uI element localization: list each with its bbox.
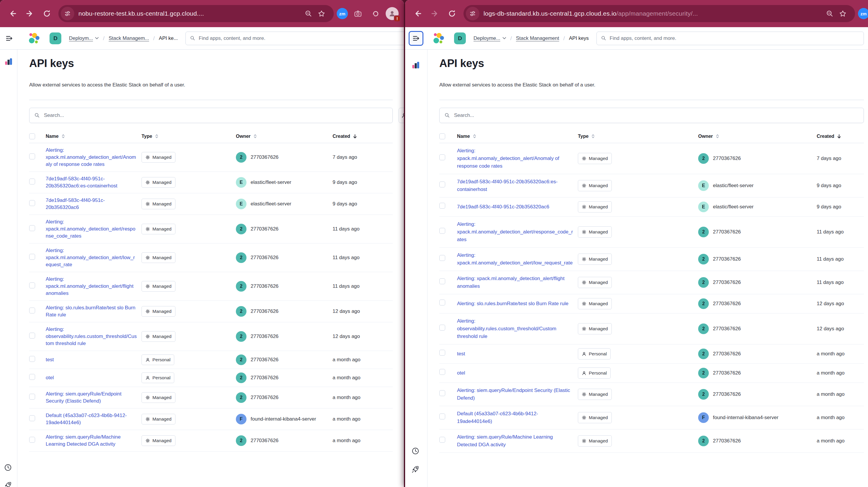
zoom-out-icon[interactable] bbox=[302, 7, 315, 20]
api-key-name-link[interactable]: Alerting: slo.rules.burnRate/test slo Bu… bbox=[46, 304, 142, 318]
row-checkbox[interactable] bbox=[439, 299, 445, 306]
row-checkbox[interactable] bbox=[439, 278, 445, 284]
row-checkbox[interactable] bbox=[439, 203, 445, 209]
sync-extension-icon[interactable] bbox=[368, 6, 383, 21]
api-key-name-link[interactable]: 7de19adf-583c-4f40-951c-20b356320ac6:es-… bbox=[457, 178, 578, 193]
zoom-out-icon[interactable] bbox=[823, 7, 836, 20]
global-search[interactable] bbox=[185, 32, 404, 45]
api-key-name-link[interactable]: Alerting: observability.rules.custom_thr… bbox=[457, 317, 578, 340]
api-key-name-link[interactable]: Alerting: observability.rules.custom_thr… bbox=[46, 326, 142, 347]
row-checkbox[interactable] bbox=[439, 154, 445, 160]
table-search-input[interactable] bbox=[454, 112, 859, 118]
row-checkbox[interactable] bbox=[29, 374, 35, 380]
row-checkbox[interactable] bbox=[439, 437, 445, 443]
bookmark-star-icon[interactable] bbox=[315, 7, 328, 20]
site-settings-icon[interactable] bbox=[466, 7, 479, 20]
nav-expand-button-focused[interactable] bbox=[409, 31, 423, 46]
table-search[interactable] bbox=[29, 108, 393, 123]
api-key-name-link[interactable]: Alerting: xpack.ml.anomaly_detection_ale… bbox=[46, 219, 142, 240]
api-key-name-link[interactable]: test bbox=[457, 350, 578, 358]
api-key-name-link[interactable]: Alerting: siem.queryRule/Machine Learnin… bbox=[46, 434, 142, 448]
bookmark-star-icon[interactable] bbox=[836, 7, 849, 20]
row-checkbox[interactable] bbox=[29, 225, 35, 231]
api-key-name-link[interactable]: Default (45a33a07-c623-4b6b-9412-19ade44… bbox=[46, 412, 142, 426]
row-checkbox[interactable] bbox=[29, 356, 35, 362]
rocket-icon[interactable] bbox=[4, 481, 12, 487]
column-header-created[interactable]: Created bbox=[817, 134, 864, 139]
row-checkbox[interactable] bbox=[439, 390, 445, 396]
row-checkbox[interactable] bbox=[29, 333, 35, 339]
space-avatar[interactable]: D bbox=[454, 32, 466, 44]
row-checkbox[interactable] bbox=[439, 325, 445, 331]
row-checkbox[interactable] bbox=[439, 255, 445, 261]
api-key-name-link[interactable]: Alerting: siem.queryRule/Endpoint Securi… bbox=[46, 391, 142, 405]
global-search[interactable] bbox=[596, 32, 864, 45]
global-search-input[interactable] bbox=[610, 35, 860, 41]
api-key-name-link[interactable]: 7de19adf-583c-4f40-951c-20b356320ac6:es-… bbox=[46, 175, 142, 190]
url-bar[interactable]: logs-db-standard.kb.us-central1.gcp.clou… bbox=[464, 5, 855, 22]
row-checkbox[interactable] bbox=[29, 283, 35, 288]
back-button[interactable] bbox=[4, 5, 21, 22]
rocket-icon[interactable] bbox=[411, 465, 420, 474]
url-bar[interactable]: nobu-restore-test.kb.us-central1.gcp.clo… bbox=[58, 5, 334, 22]
column-header-owner[interactable]: Owner bbox=[698, 134, 817, 139]
row-checkbox[interactable] bbox=[439, 350, 445, 356]
recent-clock-icon[interactable] bbox=[4, 463, 12, 471]
api-key-name-link[interactable]: 7de19adf-583c-4f40-951c-20b356320ac6 bbox=[457, 203, 578, 211]
global-search-input[interactable] bbox=[199, 35, 401, 41]
row-checkbox[interactable] bbox=[29, 153, 35, 160]
zoom-extension-icon[interactable]: zm bbox=[337, 8, 348, 19]
row-checkbox[interactable] bbox=[29, 437, 35, 443]
api-key-name-link[interactable]: Alerting: slo.rules.burnRate/test slo Bu… bbox=[457, 300, 578, 308]
row-checkbox[interactable] bbox=[439, 228, 445, 234]
api-key-name-link[interactable]: Alerting: siem.queryRule/Endpoint Securi… bbox=[457, 386, 578, 402]
api-key-name-link[interactable]: Alerting: xpack.ml.anomaly_detection_ale… bbox=[457, 147, 578, 170]
bar-chart-icon[interactable] bbox=[412, 61, 420, 69]
space-avatar[interactable]: D bbox=[50, 32, 61, 44]
breadcrumb-deployment[interactable]: Deployme... bbox=[473, 35, 500, 41]
api-key-name-link[interactable]: Alerting: xpack.ml.anomaly_detection_ale… bbox=[46, 147, 142, 168]
owner-filter-button[interactable] bbox=[399, 108, 404, 123]
column-header-type[interactable]: Type bbox=[578, 134, 698, 139]
table-search[interactable] bbox=[439, 108, 864, 123]
select-all-checkbox[interactable] bbox=[29, 134, 35, 139]
api-key-name-link[interactable]: test bbox=[46, 356, 142, 363]
row-checkbox[interactable] bbox=[29, 254, 35, 260]
column-header-created[interactable]: Created bbox=[333, 134, 393, 139]
api-key-name-link[interactable]: Default (45a33a07-c623-4b6b-9412-19ade44… bbox=[457, 410, 578, 425]
reload-button[interactable] bbox=[443, 5, 461, 22]
api-key-name-link[interactable]: Alerting: xpack.ml.anomaly_detection_ale… bbox=[457, 252, 578, 267]
breadcrumb-stack-management[interactable]: Stack Management bbox=[516, 35, 559, 41]
api-key-name-link[interactable]: Alerting: siem.queryRule/Machine Learnin… bbox=[457, 433, 578, 449]
table-search-input[interactable] bbox=[44, 112, 388, 118]
column-header-name[interactable]: Name bbox=[457, 134, 578, 139]
row-checkbox[interactable] bbox=[29, 200, 35, 206]
forward-button[interactable] bbox=[426, 5, 443, 22]
column-header-type[interactable]: Type bbox=[142, 134, 236, 139]
row-checkbox[interactable] bbox=[29, 308, 35, 313]
row-checkbox[interactable] bbox=[29, 415, 35, 421]
select-all-checkbox[interactable] bbox=[439, 134, 445, 139]
api-key-name-link[interactable]: 7de19adf-583c-4f40-951c-20b356320ac6 bbox=[46, 197, 142, 211]
back-button[interactable] bbox=[409, 5, 426, 22]
api-key-name-link[interactable]: otel bbox=[457, 369, 578, 377]
elastic-logo[interactable] bbox=[432, 32, 445, 45]
recent-clock-icon[interactable] bbox=[411, 447, 420, 455]
api-key-name-link[interactable]: Alerting: xpack.ml.anomaly_detection_ale… bbox=[457, 275, 578, 290]
row-checkbox[interactable] bbox=[439, 369, 445, 375]
api-key-name-link[interactable]: Alerting: xpack.ml.anomaly_detection_ale… bbox=[46, 247, 142, 268]
row-checkbox[interactable] bbox=[439, 181, 445, 188]
nav-expand-button[interactable] bbox=[4, 33, 14, 44]
api-key-name-link[interactable]: Alerting: xpack.ml.anomaly_detection_ale… bbox=[46, 276, 142, 297]
reload-button[interactable] bbox=[38, 5, 55, 22]
breadcrumb-stack-management[interactable]: Stack Managem... bbox=[109, 35, 149, 41]
column-header-owner[interactable]: Owner bbox=[236, 134, 333, 139]
row-checkbox[interactable] bbox=[439, 413, 445, 420]
row-checkbox[interactable] bbox=[29, 394, 35, 400]
breadcrumb-deployment[interactable]: Deploym... bbox=[69, 35, 93, 41]
bar-chart-icon[interactable] bbox=[4, 57, 13, 65]
api-key-name-link[interactable]: otel bbox=[46, 374, 142, 381]
api-key-name-link[interactable]: Alerting: xpack.ml.anomaly_detection_ale… bbox=[457, 221, 578, 244]
column-header-name[interactable]: Name bbox=[46, 134, 142, 139]
row-checkbox[interactable] bbox=[29, 178, 35, 184]
